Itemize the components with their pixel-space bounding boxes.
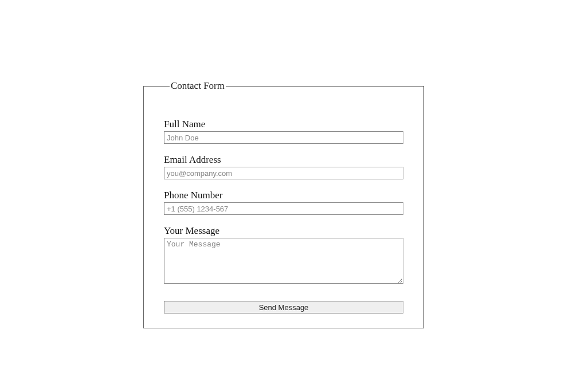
- field-group-message: Your Message: [164, 225, 403, 286]
- field-group-name: Full Name: [164, 119, 403, 144]
- field-group-phone: Phone Number: [164, 190, 403, 215]
- send-message-button[interactable]: Send Message: [164, 301, 403, 313]
- contact-form-container: Contact Form Full Name Email Address Pho…: [143, 80, 424, 328]
- email-input[interactable]: [164, 167, 403, 179]
- message-label: Your Message: [164, 225, 403, 237]
- field-group-email: Email Address: [164, 154, 403, 179]
- email-label: Email Address: [164, 154, 403, 166]
- name-input[interactable]: [164, 131, 403, 144]
- submit-row: Send Message: [164, 301, 403, 313]
- contact-form-fieldset: Contact Form Full Name Email Address Pho…: [143, 80, 424, 328]
- phone-input[interactable]: [164, 202, 403, 215]
- form-legend: Contact Form: [170, 80, 226, 92]
- message-textarea[interactable]: [164, 238, 403, 284]
- name-label: Full Name: [164, 119, 403, 130]
- phone-label: Phone Number: [164, 190, 403, 201]
